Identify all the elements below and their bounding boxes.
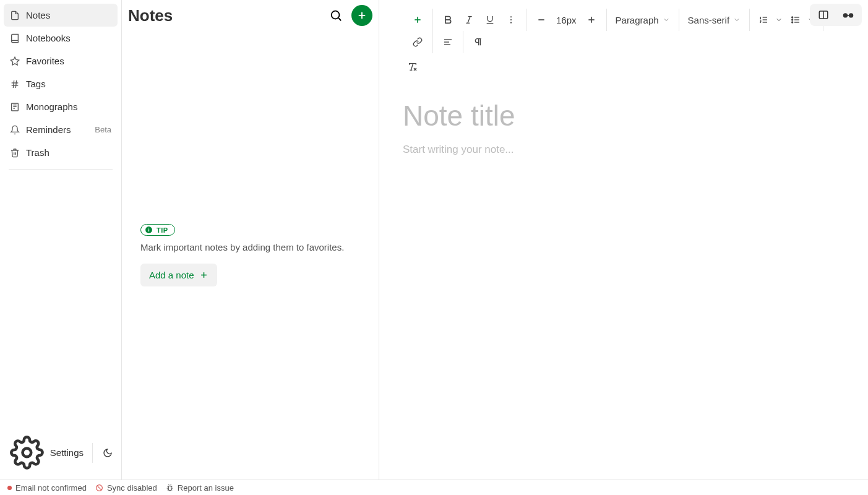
sidebar-item-label: Notes: [26, 10, 50, 20]
star-icon: [10, 56, 20, 66]
sidebar-item-notes[interactable]: Notes: [4, 4, 118, 27]
theme-toggle-button[interactable]: [98, 443, 118, 463]
svg-point-16: [148, 228, 149, 228]
glasses-icon: [841, 8, 855, 22]
tip-badge-label: TIP: [157, 226, 168, 234]
svg-line-50: [97, 485, 102, 490]
minus-icon: [536, 15, 546, 25]
status-sync[interactable]: Sync disabled: [95, 483, 157, 493]
svg-point-30: [510, 19, 512, 20]
increase-font-button[interactable]: [582, 10, 601, 30]
bold-button[interactable]: [438, 10, 458, 30]
status-email-label: Email not confirmed: [15, 483, 87, 493]
sidebar-item-label: Notebooks: [26, 33, 71, 43]
more-formatting-button[interactable]: [501, 10, 521, 30]
sidebar-item-label: Reminders: [26, 124, 71, 135]
underline-icon: [485, 15, 495, 25]
paragraph-style-select[interactable]: Paragraph: [612, 10, 674, 30]
italic-button[interactable]: [459, 10, 479, 30]
ordered-list-button[interactable]: [755, 10, 772, 30]
tip-badge: TIP: [140, 224, 175, 236]
sidebar-item-tags[interactable]: Tags: [4, 72, 118, 95]
notes-list-empty-state: TIP Mark important notes by adding them …: [122, 31, 379, 480]
notes-list-title: Notes: [128, 6, 173, 25]
chevron-down-icon: [663, 16, 670, 24]
svg-point-21: [843, 13, 848, 17]
notes-list-header: Notes: [122, 0, 379, 31]
add-note-button[interactable]: Add a note: [140, 264, 217, 286]
bold-icon: [443, 15, 453, 25]
chevron-down-icon: [733, 16, 741, 24]
decrease-font-button[interactable]: [531, 10, 551, 30]
note-body-input[interactable]: [403, 144, 844, 156]
more-vertical-icon: [506, 15, 516, 25]
text-direction-button[interactable]: [468, 32, 488, 52]
search-button[interactable]: [325, 5, 346, 26]
plus-icon: [413, 15, 423, 25]
ordered-list-combo: [755, 10, 786, 30]
link-button[interactable]: [408, 32, 428, 52]
status-sync-label: Sync disabled: [107, 483, 157, 493]
sidebar-item-favorites[interactable]: Favorites: [4, 50, 118, 72]
pilcrow-icon: [473, 37, 483, 47]
sidebar-item-notebooks[interactable]: Notebooks: [4, 27, 118, 50]
svg-point-31: [510, 22, 512, 24]
svg-point-29: [510, 16, 512, 17]
italic-icon: [464, 15, 474, 25]
sidebar-divider: [9, 169, 113, 170]
plus-icon: [199, 270, 208, 280]
bell-icon: [10, 125, 20, 135]
sidebar-item-monographs[interactable]: Monographs: [4, 95, 118, 118]
svg-point-43: [792, 22, 793, 23]
sidebar-item-reminders[interactable]: Reminders Beta: [4, 118, 118, 141]
svg-rect-51: [168, 486, 171, 491]
svg-marker-0: [11, 57, 19, 65]
underline-button[interactable]: [480, 10, 500, 30]
paragraph-style-label: Paragraph: [616, 15, 659, 25]
ordered-list-icon: [758, 15, 768, 25]
split-view-button[interactable]: [811, 5, 836, 25]
focus-mode-button[interactable]: [836, 5, 861, 25]
svg-point-41: [792, 17, 793, 18]
hash-icon: [10, 79, 20, 89]
svg-point-10: [332, 11, 340, 19]
align-button[interactable]: [438, 32, 458, 52]
svg-line-4: [15, 80, 16, 88]
note-title-input[interactable]: [403, 99, 844, 132]
sidebar-item-label: Tags: [26, 79, 46, 89]
trash-icon: [10, 148, 20, 158]
settings-label: Settings: [50, 447, 84, 458]
notes-list-pane: Notes TIP Mark important notes by adding…: [122, 0, 379, 480]
svg-point-42: [792, 19, 793, 20]
new-note-button[interactable]: [351, 5, 372, 26]
gear-icon: [10, 436, 44, 470]
status-report[interactable]: Report an issue: [166, 483, 234, 493]
editor-pane: 16px Paragraph Sans-serif: [379, 0, 868, 480]
editor-content: [379, 83, 868, 172]
bug-icon: [166, 484, 174, 492]
font-family-select[interactable]: Sans-serif: [684, 10, 745, 30]
notebook-icon: [10, 33, 20, 43]
status-report-label: Report an issue: [178, 483, 234, 493]
svg-line-11: [338, 18, 341, 20]
align-left-icon: [443, 37, 453, 47]
bullet-list-button[interactable]: [787, 10, 804, 30]
clear-formatting-button[interactable]: [403, 57, 423, 77]
sidebar-item-trash[interactable]: Trash: [4, 141, 118, 164]
svg-point-9: [23, 449, 32, 457]
error-dot-icon: [7, 486, 12, 490]
moon-icon: [103, 448, 113, 458]
settings-button[interactable]: Settings: [4, 429, 90, 476]
sidebar: Notes Notebooks Favorites Tags Monograph…: [0, 0, 122, 480]
editor-view-controls: [810, 4, 862, 26]
ordered-list-options-button[interactable]: [772, 10, 786, 30]
svg-line-27: [468, 17, 470, 24]
tip-text: Mark important notes by adding them to f…: [140, 242, 344, 252]
columns-icon: [818, 9, 829, 20]
insert-button[interactable]: [408, 10, 428, 30]
beta-badge: Beta: [95, 125, 111, 134]
sidebar-item-label: Favorites: [26, 56, 64, 66]
chevron-down-icon: [775, 16, 783, 24]
status-email[interactable]: Email not confirmed: [7, 483, 87, 493]
font-size-value[interactable]: 16px: [552, 15, 580, 25]
